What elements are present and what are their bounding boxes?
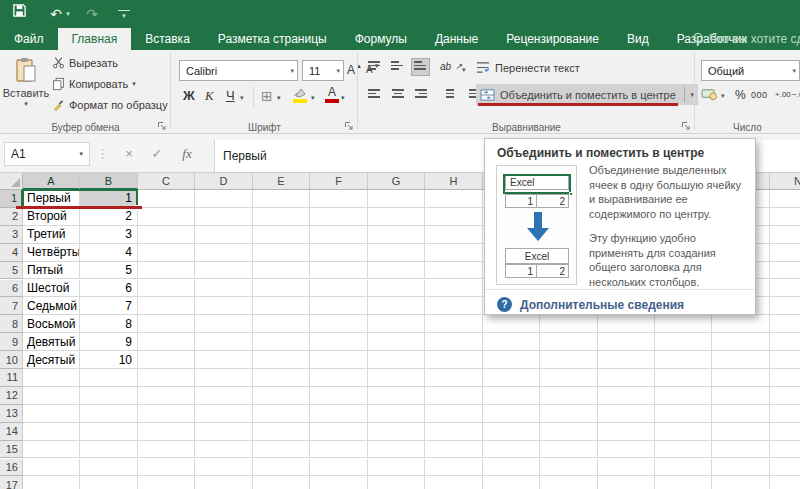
cell-H14[interactable]	[425, 423, 483, 441]
cell-G7[interactable]	[368, 297, 425, 315]
cell-N5[interactable]	[770, 262, 800, 280]
row-header-4[interactable]: 4	[0, 244, 23, 262]
cell-J17[interactable]	[540, 476, 598, 489]
cell-E1[interactable]	[253, 190, 310, 208]
tab-Вид[interactable]: Вид	[613, 28, 663, 50]
cell-K8[interactable]	[598, 315, 655, 333]
cell-D16[interactable]	[195, 459, 253, 477]
row-header-9[interactable]: 9	[0, 333, 23, 351]
cell-D2[interactable]	[195, 208, 253, 226]
cell-F1[interactable]	[310, 190, 368, 208]
cell-I14[interactable]	[483, 423, 540, 441]
merge-and-center-button[interactable]: Объединить и поместить в центре ▾	[476, 84, 698, 105]
cell-L15[interactable]	[655, 441, 712, 459]
cell-H3[interactable]	[425, 226, 483, 244]
cell-F9[interactable]	[310, 333, 368, 351]
cell-A10[interactable]: Десятый	[23, 351, 80, 369]
cell-A5[interactable]: Пятый	[23, 262, 80, 280]
cell-N17[interactable]	[770, 476, 800, 489]
cell-H5[interactable]	[425, 262, 483, 280]
cell-M12[interactable]	[712, 387, 770, 405]
cell-F7[interactable]	[310, 297, 368, 315]
cell-F5[interactable]	[310, 262, 368, 280]
select-all-corner[interactable]	[0, 173, 23, 190]
cell-C7[interactable]	[138, 297, 195, 315]
cell-C6[interactable]	[138, 280, 195, 298]
cell-E14[interactable]	[253, 423, 310, 441]
cell-K9[interactable]	[598, 333, 655, 351]
cell-E12[interactable]	[253, 387, 310, 405]
cell-N16[interactable]	[770, 459, 800, 477]
cell-L16[interactable]	[655, 459, 712, 477]
cell-I11[interactable]	[483, 369, 540, 387]
cell-I16[interactable]	[483, 459, 540, 477]
cell-D8[interactable]	[195, 315, 253, 333]
italic-button[interactable]: К	[205, 88, 214, 104]
bold-button[interactable]: Ж	[183, 88, 195, 103]
cell-H1[interactable]	[425, 190, 483, 208]
clipboard-dialog-launcher-icon[interactable]	[157, 121, 167, 131]
cell-H8[interactable]	[425, 315, 483, 333]
cell-C9[interactable]	[138, 333, 195, 351]
cell-I8[interactable]	[483, 315, 540, 333]
cell-A9[interactable]: Девятый	[23, 333, 80, 351]
orientation-dropdown-icon[interactable]: ▾	[462, 66, 466, 74]
cell-K15[interactable]	[598, 441, 655, 459]
cell-D15[interactable]	[195, 441, 253, 459]
cell-E17[interactable]	[253, 476, 310, 489]
column-header-E[interactable]: E	[253, 173, 310, 190]
cell-M14[interactable]	[712, 423, 770, 441]
column-header-H[interactable]: H	[425, 173, 483, 190]
format-painter-button[interactable]: Формат по образцу	[52, 98, 168, 112]
comma-style-button[interactable]: 000	[751, 90, 768, 100]
column-header-G[interactable]: G	[368, 173, 425, 190]
cell-M9[interactable]	[712, 333, 770, 351]
row-header-5[interactable]: 5	[0, 262, 23, 280]
cell-N14[interactable]	[770, 423, 800, 441]
cell-K16[interactable]	[598, 459, 655, 477]
cell-K12[interactable]	[598, 387, 655, 405]
cell-M15[interactable]	[712, 441, 770, 459]
row-header-13[interactable]: 13	[0, 405, 23, 423]
underline-button[interactable]: Ч	[226, 88, 235, 103]
cell-C10[interactable]	[138, 351, 195, 369]
cell-J15[interactable]	[540, 441, 598, 459]
row-header-17[interactable]: 17	[0, 476, 23, 489]
cell-D7[interactable]	[195, 297, 253, 315]
borders-icon[interactable]: ⊞	[261, 88, 273, 104]
cell-A8[interactable]: Восьмой	[23, 315, 80, 333]
cell-B11[interactable]	[80, 369, 138, 387]
cell-E10[interactable]	[253, 351, 310, 369]
cell-N10[interactable]	[770, 351, 800, 369]
row-header-10[interactable]: 10	[0, 351, 23, 369]
cell-L10[interactable]	[655, 351, 712, 369]
cell-G1[interactable]	[368, 190, 425, 208]
row-header-8[interactable]: 8	[0, 315, 23, 333]
cell-C11[interactable]	[138, 369, 195, 387]
cell-C8[interactable]	[138, 315, 195, 333]
cell-I9[interactable]	[483, 333, 540, 351]
cell-J9[interactable]	[540, 333, 598, 351]
cell-J11[interactable]	[540, 369, 598, 387]
cell-I17[interactable]	[483, 476, 540, 489]
cut-button[interactable]: Вырезать	[52, 56, 118, 69]
cell-N7[interactable]	[770, 297, 800, 315]
cell-E5[interactable]	[253, 262, 310, 280]
cell-D14[interactable]	[195, 423, 253, 441]
cell-G9[interactable]	[368, 333, 425, 351]
cell-C3[interactable]	[138, 226, 195, 244]
font-dialog-launcher-icon[interactable]	[344, 121, 354, 131]
cell-B13[interactable]	[80, 405, 138, 423]
cell-H12[interactable]	[425, 387, 483, 405]
cell-L13[interactable]	[655, 405, 712, 423]
cell-F12[interactable]	[310, 387, 368, 405]
cell-H6[interactable]	[425, 280, 483, 298]
undo-dropdown-icon[interactable]: ▾	[64, 3, 72, 25]
cell-I10[interactable]	[483, 351, 540, 369]
cell-G11[interactable]	[368, 369, 425, 387]
column-header-C[interactable]: C	[138, 173, 195, 190]
cell-M13[interactable]	[712, 405, 770, 423]
percent-style-button[interactable]: %	[735, 88, 746, 102]
cell-B15[interactable]	[80, 441, 138, 459]
cell-L11[interactable]	[655, 369, 712, 387]
